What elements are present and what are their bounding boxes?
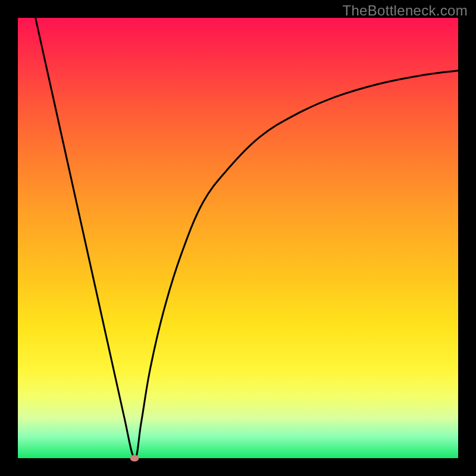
chart-frame: TheBottleneck.com [0, 0, 476, 476]
plot-area [18, 18, 458, 458]
curve-svg [18, 18, 458, 458]
bottleneck-curve [36, 18, 458, 458]
optimal-marker [130, 455, 139, 462]
watermark-text: TheBottleneck.com [342, 2, 468, 19]
